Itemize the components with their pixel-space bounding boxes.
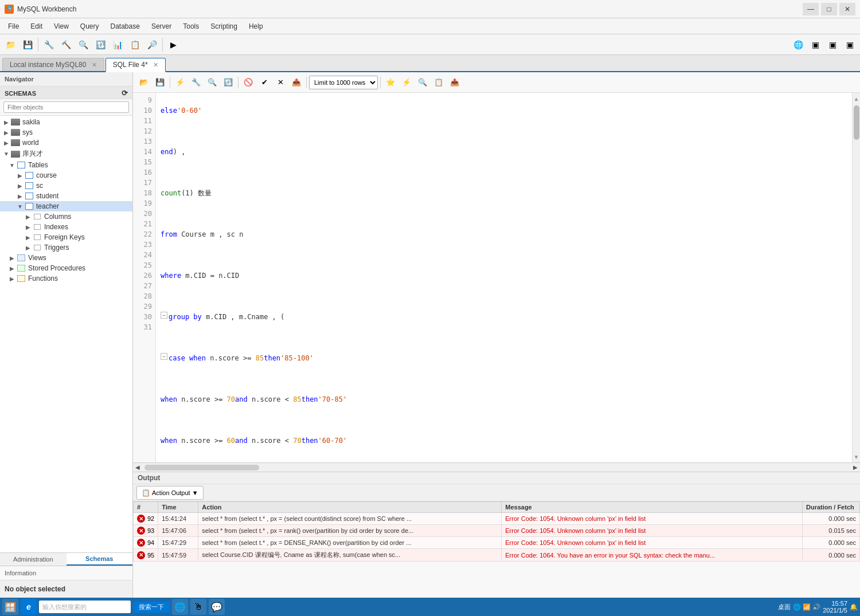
- tree-item-indexes[interactable]: ▶ Indexes: [0, 222, 132, 232]
- scroll-up-btn[interactable]: ▲: [853, 93, 860, 104]
- label-triggers: Triggers: [44, 244, 69, 252]
- sql-cancel-btn[interactable]: 🚫: [241, 75, 256, 90]
- minimize-button[interactable]: —: [803, 3, 819, 15]
- tree-item-stored-procs[interactable]: ▶ Stored Procedures: [0, 263, 132, 273]
- toolbar-profile[interactable]: 🌐: [790, 37, 806, 53]
- toolbar-btn4[interactable]: 🔃: [92, 37, 108, 53]
- taskbar-icon-chat[interactable]: 💬: [209, 599, 225, 615]
- tree-item-columns[interactable]: ▶ Columns: [0, 211, 132, 222]
- horizontal-scrollbar[interactable]: ◀ ▶: [133, 462, 860, 472]
- tab-sql-file[interactable]: SQL File 4* ✕: [105, 58, 166, 72]
- scroll-left-btn[interactable]: ◀: [133, 464, 142, 470]
- sql-exec-sel-btn[interactable]: 🔧: [189, 75, 204, 90]
- tree-item-course[interactable]: ▶ course: [0, 170, 132, 181]
- tree-item-sc[interactable]: ▶ sc: [0, 181, 132, 191]
- toolbar-btn1[interactable]: 🔧: [41, 37, 57, 53]
- sql-open-btn[interactable]: 📂: [136, 75, 151, 90]
- sql-exec-btn[interactable]: ⚡: [173, 75, 187, 90]
- tab-label-sql: SQL File 4*: [113, 61, 148, 69]
- taskbar-icon-browser[interactable]: 🌐: [172, 599, 188, 615]
- v-scrollbar[interactable]: ▲ ▼: [852, 93, 860, 462]
- tree-item-sakila[interactable]: ▶ sakila: [0, 117, 132, 127]
- fold-btn-21[interactable]: −: [161, 353, 167, 360]
- scroll-x-thumb[interactable]: [144, 465, 259, 470]
- taskbar-icon-touchpad[interactable]: 🖱: [190, 599, 206, 615]
- tree-item-functions[interactable]: ▶ Functions: [0, 273, 132, 284]
- menu-file[interactable]: File: [2, 20, 25, 33]
- menu-view[interactable]: View: [48, 20, 75, 33]
- scroll-right-btn[interactable]: ▶: [851, 464, 860, 470]
- action-output-btn[interactable]: 📋 Action Output ▼: [136, 486, 204, 500]
- tree-item-fkeys[interactable]: ▶ Foreign Keys: [0, 232, 132, 242]
- label-tables: Tables: [28, 161, 48, 169]
- tree-item-views[interactable]: ▶ Views: [0, 253, 132, 263]
- sql-code-content[interactable]: else '0-60' end) , count(1) 数量 from Cour…: [156, 93, 852, 462]
- close-button[interactable]: ✕: [839, 3, 855, 15]
- toolbar-btn6[interactable]: 📋: [127, 37, 143, 53]
- scroll-thumb[interactable]: [854, 105, 859, 140]
- arrow-views: ▶: [8, 255, 16, 261]
- sql-stop-btn[interactable]: 🔍: [205, 75, 220, 90]
- toolbar-view2[interactable]: ▣: [824, 37, 841, 53]
- tab-close-sql[interactable]: ✕: [153, 61, 158, 68]
- sql-commit-btn[interactable]: ✔: [257, 75, 272, 90]
- sql-flash-btn[interactable]: ⚡: [399, 75, 414, 90]
- menu-scripting[interactable]: Scripting: [205, 20, 243, 33]
- toolbar-btn3[interactable]: 🔍: [75, 37, 91, 53]
- toolbar-btn5[interactable]: 📊: [110, 37, 126, 53]
- tree-item-db-main[interactable]: ▼ 庠兴才: [0, 148, 132, 160]
- filter-input[interactable]: [3, 101, 129, 113]
- tree-item-tables[interactable]: ▼ Tables: [0, 160, 132, 170]
- tab-close-local[interactable]: ✕: [92, 61, 97, 68]
- ie-icon[interactable]: e: [21, 599, 37, 615]
- tree-item-student[interactable]: ▶ student: [0, 191, 132, 201]
- fold-btn-19[interactable]: −: [161, 312, 167, 319]
- toolbar-view3[interactable]: ▣: [842, 37, 858, 53]
- scroll-down-btn[interactable]: ▼: [853, 451, 860, 462]
- sql-star-btn[interactable]: ⭐: [383, 75, 398, 90]
- notification-icon[interactable]: 🔔: [850, 603, 858, 611]
- arrow-columns: ▶: [24, 214, 32, 220]
- title-bar: 🐬 MySQL Workbench — □ ✕: [0, 0, 860, 18]
- sql-zoom-in-btn[interactable]: 🔍: [415, 75, 430, 90]
- limit-rows-select[interactable]: Limit to 1000 rows: [309, 76, 378, 89]
- sql-refresh-btn[interactable]: 🔃: [221, 75, 236, 90]
- code-line-16: [161, 250, 847, 260]
- menu-tools[interactable]: Tools: [177, 20, 205, 33]
- sql-export-btn[interactable]: 📤: [289, 75, 304, 90]
- cell-action: select * from (select t.* , px = DENSE_R…: [198, 537, 502, 549]
- toolbar-view1[interactable]: ▣: [807, 37, 823, 53]
- tab-local-instance[interactable]: Local instance MySQL80 ✕: [2, 58, 104, 71]
- tree-item-teacher[interactable]: ▼ teacher: [0, 201, 132, 211]
- toolbar-new[interactable]: 📁: [2, 37, 18, 53]
- toolbar-btn7[interactable]: 🔎: [144, 37, 160, 53]
- sql-format-btn[interactable]: 📋: [431, 75, 446, 90]
- col-duration: Duration / Fetch: [803, 502, 860, 513]
- menu-server[interactable]: Server: [146, 20, 177, 33]
- toolbar-exec[interactable]: ▶: [165, 37, 181, 53]
- output-table: # Time Action Message Duration / Fetch ✕…: [133, 501, 860, 562]
- toolbar-save[interactable]: 💾: [19, 37, 36, 53]
- menu-help[interactable]: Help: [243, 20, 269, 33]
- menu-edit[interactable]: Edit: [25, 20, 48, 33]
- menu-query[interactable]: Query: [75, 20, 105, 33]
- sql-schema-btn[interactable]: 📤: [447, 75, 462, 90]
- code-editor[interactable]: 9 10 11 12 13 14 15 16 17 18 19 20 21 22: [133, 93, 860, 462]
- start-button[interactable]: 🪟: [2, 599, 18, 615]
- code-line-15: from Course m , sc n: [161, 229, 847, 240]
- tab-schemas[interactable]: Schemas: [67, 553, 133, 566]
- tree-item-world[interactable]: ▶ world: [0, 138, 132, 148]
- search-button[interactable]: 搜索一下: [133, 602, 170, 613]
- refresh-schemas-icon[interactable]: ⟳: [122, 89, 128, 97]
- toolbar-btn2[interactable]: 🔨: [58, 37, 74, 53]
- sql-rollback-btn[interactable]: ✕: [273, 75, 288, 90]
- sql-save-btn[interactable]: 💾: [153, 75, 167, 90]
- tree-item-sys[interactable]: ▶ sys: [0, 127, 132, 138]
- tree-item-triggers[interactable]: ▶ Triggers: [0, 242, 132, 253]
- tab-administration[interactable]: Administration: [0, 553, 67, 566]
- maximize-button[interactable]: □: [821, 3, 837, 15]
- cell-duration: 0.000 sec: [803, 537, 860, 549]
- label-student: student: [36, 192, 58, 200]
- menu-database[interactable]: Database: [105, 20, 146, 33]
- cell-message: Error Code: 1054. Unknown column 'px' in…: [502, 513, 803, 525]
